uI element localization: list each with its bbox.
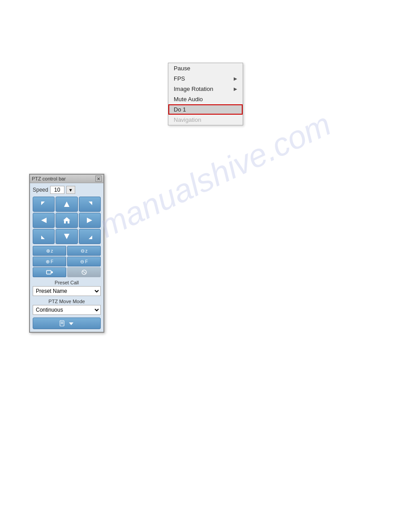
- arrow-icon: ▶: [234, 76, 237, 81]
- svg-marker-8: [89, 236, 92, 239]
- speed-input[interactable]: [50, 186, 64, 194]
- ptz-titlebar: PTZ control bar ✕: [30, 175, 103, 183]
- svg-marker-5: [87, 218, 92, 223]
- dir-btn-down[interactable]: [56, 229, 77, 244]
- direction-grid: [33, 197, 101, 244]
- menu-item-fps[interactable]: FPS ▶: [168, 73, 243, 84]
- menu-item-mute-audio[interactable]: Mute Audio: [168, 94, 243, 104]
- iris-close-btn[interactable]: [67, 267, 101, 277]
- svg-marker-0: [41, 202, 45, 205]
- speed-dropdown[interactable]: ▼: [66, 186, 75, 194]
- svg-marker-2: [89, 202, 92, 205]
- menu-item-navigation: Navigation: [168, 115, 243, 125]
- context-menu: Pause FPS ▶ Image Rotation ▶ Mute Audio …: [168, 63, 243, 125]
- arrow-icon: ▶: [234, 86, 237, 91]
- dir-btn-right[interactable]: [79, 213, 101, 228]
- menu-item-do1[interactable]: Do 1: [168, 104, 243, 115]
- svg-marker-3: [41, 218, 47, 223]
- svg-rect-9: [47, 270, 51, 274]
- svg-rect-10: [51, 271, 53, 273]
- menu-item-pause[interactable]: Pause: [168, 63, 243, 73]
- ptz-control-bar: PTZ control bar ✕ Speed ▼: [29, 174, 104, 333]
- svg-marker-6: [41, 236, 45, 239]
- dir-btn-downleft[interactable]: [33, 229, 55, 244]
- dir-btn-up[interactable]: [56, 197, 77, 212]
- iris-open-btn[interactable]: [33, 267, 66, 277]
- speed-row: Speed ▼: [33, 186, 101, 194]
- preset-call-label: Preset Call: [33, 280, 101, 285]
- close-button[interactable]: ✕: [95, 176, 102, 182]
- zoom-in-btn[interactable]: ⊕z: [33, 246, 66, 256]
- svg-marker-1: [64, 202, 69, 207]
- dir-btn-home[interactable]: [56, 213, 77, 228]
- zoom-out-btn[interactable]: ⊖z: [67, 246, 101, 256]
- dir-btn-left[interactable]: [33, 213, 55, 228]
- dir-btn-upleft[interactable]: [33, 197, 55, 212]
- dir-btn-upright[interactable]: [79, 197, 101, 212]
- ptz-title: PTZ control bar: [32, 176, 66, 181]
- ptz-body: Speed ▼: [30, 183, 103, 332]
- focus-plus-btn[interactable]: ⊕F: [33, 257, 66, 266]
- svg-marker-17: [69, 322, 73, 325]
- svg-line-12: [82, 271, 86, 274]
- ptz-move-label: PTZ Move Mode: [33, 299, 101, 304]
- watermark: manualshive.com: [94, 105, 336, 245]
- svg-rect-13: [60, 321, 64, 326]
- ptz-bottom-btn[interactable]: [33, 317, 101, 329]
- extra-buttons-row: [33, 267, 101, 277]
- preset-name-select[interactable]: Preset Name: [33, 286, 101, 296]
- menu-item-image-rotation[interactable]: Image Rotation ▶: [168, 84, 243, 94]
- ptz-move-mode-select[interactable]: Continuous: [33, 305, 101, 315]
- dir-btn-downright[interactable]: [79, 229, 101, 244]
- speed-label: Speed: [33, 187, 48, 193]
- zoom-focus-grid: ⊕z ⊖z ⊕F ⊖F: [33, 246, 101, 266]
- svg-marker-4: [63, 217, 70, 223]
- focus-minus-btn[interactable]: ⊖F: [67, 257, 101, 266]
- svg-marker-7: [64, 234, 69, 239]
